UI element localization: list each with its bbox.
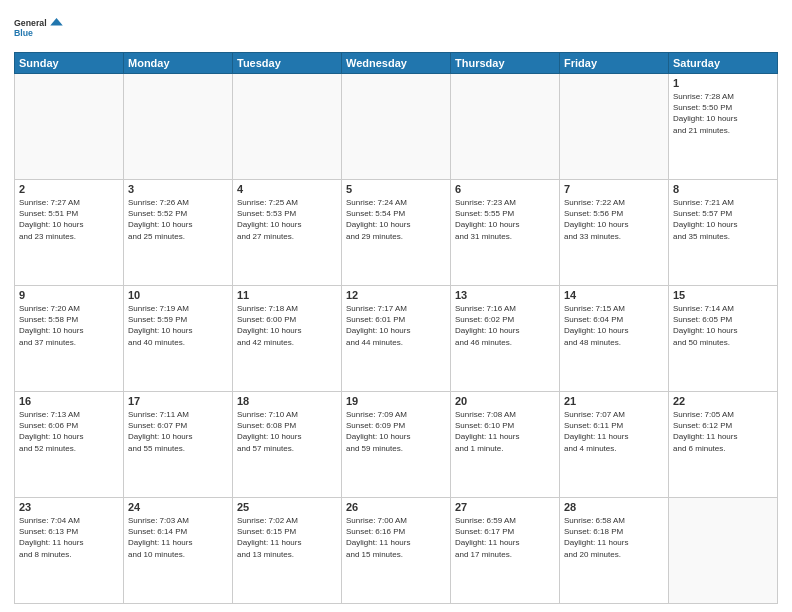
day-number: 5 xyxy=(346,183,446,195)
day-info: Sunrise: 6:58 AM Sunset: 6:18 PM Dayligh… xyxy=(564,515,664,560)
day-info: Sunrise: 7:24 AM Sunset: 5:54 PM Dayligh… xyxy=(346,197,446,242)
week-row-2: 2Sunrise: 7:27 AM Sunset: 5:51 PM Daylig… xyxy=(15,180,778,286)
calendar-header-row: SundayMondayTuesdayWednesdayThursdayFrid… xyxy=(15,53,778,74)
calendar-cell-w2-d6: 7Sunrise: 7:22 AM Sunset: 5:56 PM Daylig… xyxy=(560,180,669,286)
header-sunday: Sunday xyxy=(15,53,124,74)
svg-text:Blue: Blue xyxy=(14,28,33,38)
page: General Blue SundayMondayTuesdayWednesda… xyxy=(0,0,792,612)
calendar-cell-w1-d4 xyxy=(342,74,451,180)
day-number: 4 xyxy=(237,183,337,195)
calendar-cell-w1-d7: 1Sunrise: 7:28 AM Sunset: 5:50 PM Daylig… xyxy=(669,74,778,180)
day-number: 24 xyxy=(128,501,228,513)
header: General Blue xyxy=(14,10,778,46)
header-saturday: Saturday xyxy=(669,53,778,74)
header-tuesday: Tuesday xyxy=(233,53,342,74)
calendar-cell-w1-d1 xyxy=(15,74,124,180)
day-number: 21 xyxy=(564,395,664,407)
calendar-cell-w3-d2: 10Sunrise: 7:19 AM Sunset: 5:59 PM Dayli… xyxy=(124,286,233,392)
header-thursday: Thursday xyxy=(451,53,560,74)
calendar-cell-w1-d2 xyxy=(124,74,233,180)
calendar-cell-w3-d6: 14Sunrise: 7:15 AM Sunset: 6:04 PM Dayli… xyxy=(560,286,669,392)
calendar-cell-w4-d6: 21Sunrise: 7:07 AM Sunset: 6:11 PM Dayli… xyxy=(560,392,669,498)
day-number: 15 xyxy=(673,289,773,301)
day-info: Sunrise: 7:03 AM Sunset: 6:14 PM Dayligh… xyxy=(128,515,228,560)
calendar-cell-w5-d4: 26Sunrise: 7:00 AM Sunset: 6:16 PM Dayli… xyxy=(342,498,451,604)
day-info: Sunrise: 7:14 AM Sunset: 6:05 PM Dayligh… xyxy=(673,303,773,348)
day-info: Sunrise: 7:10 AM Sunset: 6:08 PM Dayligh… xyxy=(237,409,337,454)
day-info: Sunrise: 7:26 AM Sunset: 5:52 PM Dayligh… xyxy=(128,197,228,242)
day-number: 1 xyxy=(673,77,773,89)
day-info: Sunrise: 7:00 AM Sunset: 6:16 PM Dayligh… xyxy=(346,515,446,560)
calendar-cell-w1-d3 xyxy=(233,74,342,180)
calendar-cell-w3-d1: 9Sunrise: 7:20 AM Sunset: 5:58 PM Daylig… xyxy=(15,286,124,392)
calendar-cell-w1-d6 xyxy=(560,74,669,180)
calendar-cell-w4-d1: 16Sunrise: 7:13 AM Sunset: 6:06 PM Dayli… xyxy=(15,392,124,498)
week-row-4: 16Sunrise: 7:13 AM Sunset: 6:06 PM Dayli… xyxy=(15,392,778,498)
calendar-cell-w3-d4: 12Sunrise: 7:17 AM Sunset: 6:01 PM Dayli… xyxy=(342,286,451,392)
day-info: Sunrise: 7:08 AM Sunset: 6:10 PM Dayligh… xyxy=(455,409,555,454)
calendar-cell-w5-d5: 27Sunrise: 6:59 AM Sunset: 6:17 PM Dayli… xyxy=(451,498,560,604)
day-info: Sunrise: 7:25 AM Sunset: 5:53 PM Dayligh… xyxy=(237,197,337,242)
calendar-cell-w2-d7: 8Sunrise: 7:21 AM Sunset: 5:57 PM Daylig… xyxy=(669,180,778,286)
svg-text:General: General xyxy=(14,18,47,28)
day-number: 16 xyxy=(19,395,119,407)
day-info: Sunrise: 7:19 AM Sunset: 5:59 PM Dayligh… xyxy=(128,303,228,348)
calendar-table: SundayMondayTuesdayWednesdayThursdayFrid… xyxy=(14,52,778,604)
calendar-cell-w5-d6: 28Sunrise: 6:58 AM Sunset: 6:18 PM Dayli… xyxy=(560,498,669,604)
day-info: Sunrise: 7:17 AM Sunset: 6:01 PM Dayligh… xyxy=(346,303,446,348)
header-friday: Friday xyxy=(560,53,669,74)
day-number: 20 xyxy=(455,395,555,407)
calendar-cell-w4-d3: 18Sunrise: 7:10 AM Sunset: 6:08 PM Dayli… xyxy=(233,392,342,498)
day-number: 26 xyxy=(346,501,446,513)
logo: General Blue xyxy=(14,10,64,46)
day-number: 9 xyxy=(19,289,119,301)
day-number: 28 xyxy=(564,501,664,513)
day-number: 19 xyxy=(346,395,446,407)
day-number: 8 xyxy=(673,183,773,195)
calendar-cell-w3-d7: 15Sunrise: 7:14 AM Sunset: 6:05 PM Dayli… xyxy=(669,286,778,392)
day-info: Sunrise: 7:27 AM Sunset: 5:51 PM Dayligh… xyxy=(19,197,119,242)
day-number: 23 xyxy=(19,501,119,513)
day-info: Sunrise: 7:16 AM Sunset: 6:02 PM Dayligh… xyxy=(455,303,555,348)
day-number: 6 xyxy=(455,183,555,195)
calendar-cell-w3-d3: 11Sunrise: 7:18 AM Sunset: 6:00 PM Dayli… xyxy=(233,286,342,392)
day-number: 27 xyxy=(455,501,555,513)
calendar-cell-w5-d3: 25Sunrise: 7:02 AM Sunset: 6:15 PM Dayli… xyxy=(233,498,342,604)
header-wednesday: Wednesday xyxy=(342,53,451,74)
day-info: Sunrise: 7:02 AM Sunset: 6:15 PM Dayligh… xyxy=(237,515,337,560)
day-number: 13 xyxy=(455,289,555,301)
day-info: Sunrise: 7:22 AM Sunset: 5:56 PM Dayligh… xyxy=(564,197,664,242)
calendar-cell-w2-d4: 5Sunrise: 7:24 AM Sunset: 5:54 PM Daylig… xyxy=(342,180,451,286)
calendar-cell-w2-d3: 4Sunrise: 7:25 AM Sunset: 5:53 PM Daylig… xyxy=(233,180,342,286)
day-number: 14 xyxy=(564,289,664,301)
week-row-5: 23Sunrise: 7:04 AM Sunset: 6:13 PM Dayli… xyxy=(15,498,778,604)
calendar-cell-w5-d1: 23Sunrise: 7:04 AM Sunset: 6:13 PM Dayli… xyxy=(15,498,124,604)
day-info: Sunrise: 7:23 AM Sunset: 5:55 PM Dayligh… xyxy=(455,197,555,242)
header-monday: Monday xyxy=(124,53,233,74)
day-info: Sunrise: 7:09 AM Sunset: 6:09 PM Dayligh… xyxy=(346,409,446,454)
day-number: 10 xyxy=(128,289,228,301)
calendar-cell-w1-d5 xyxy=(451,74,560,180)
day-info: Sunrise: 7:20 AM Sunset: 5:58 PM Dayligh… xyxy=(19,303,119,348)
day-number: 17 xyxy=(128,395,228,407)
week-row-1: 1Sunrise: 7:28 AM Sunset: 5:50 PM Daylig… xyxy=(15,74,778,180)
calendar-cell-w3-d5: 13Sunrise: 7:16 AM Sunset: 6:02 PM Dayli… xyxy=(451,286,560,392)
calendar-cell-w4-d2: 17Sunrise: 7:11 AM Sunset: 6:07 PM Dayli… xyxy=(124,392,233,498)
day-number: 18 xyxy=(237,395,337,407)
calendar-cell-w4-d4: 19Sunrise: 7:09 AM Sunset: 6:09 PM Dayli… xyxy=(342,392,451,498)
calendar-cell-w5-d2: 24Sunrise: 7:03 AM Sunset: 6:14 PM Dayli… xyxy=(124,498,233,604)
day-number: 3 xyxy=(128,183,228,195)
calendar-cell-w4-d5: 20Sunrise: 7:08 AM Sunset: 6:10 PM Dayli… xyxy=(451,392,560,498)
day-info: Sunrise: 7:13 AM Sunset: 6:06 PM Dayligh… xyxy=(19,409,119,454)
day-info: Sunrise: 7:28 AM Sunset: 5:50 PM Dayligh… xyxy=(673,91,773,136)
day-number: 12 xyxy=(346,289,446,301)
day-info: Sunrise: 7:11 AM Sunset: 6:07 PM Dayligh… xyxy=(128,409,228,454)
day-info: Sunrise: 7:18 AM Sunset: 6:00 PM Dayligh… xyxy=(237,303,337,348)
day-number: 7 xyxy=(564,183,664,195)
day-number: 2 xyxy=(19,183,119,195)
calendar-cell-w4-d7: 22Sunrise: 7:05 AM Sunset: 6:12 PM Dayli… xyxy=(669,392,778,498)
calendar-cell-w2-d2: 3Sunrise: 7:26 AM Sunset: 5:52 PM Daylig… xyxy=(124,180,233,286)
day-number: 22 xyxy=(673,395,773,407)
day-number: 25 xyxy=(237,501,337,513)
calendar-cell-w2-d1: 2Sunrise: 7:27 AM Sunset: 5:51 PM Daylig… xyxy=(15,180,124,286)
